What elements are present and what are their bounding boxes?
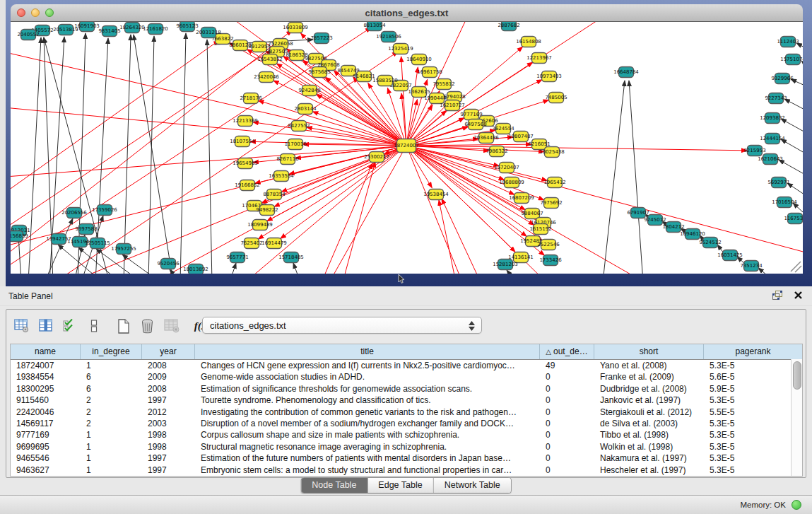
- cell-pagerank[interactable]: 5.3E-5: [704, 465, 802, 476]
- column-header-short[interactable]: short: [594, 344, 704, 359]
- graph-node[interactable]: 7955812: [433, 79, 454, 90]
- graph-node[interactable]: 15751074: [780, 54, 803, 65]
- cell-in_degree[interactable]: 6: [81, 371, 142, 382]
- cell-out_de[interactable]: 0: [540, 452, 594, 464]
- table-row[interactable]: 977716911998Corpus callosum shape and si…: [11, 429, 802, 440]
- graph-node[interactable]: 1804212: [662, 222, 684, 233]
- graph-node[interactable]: 9227343: [765, 93, 787, 104]
- cell-short[interactable]: Nakamura et al. (1997): [594, 452, 704, 464]
- cell-title[interactable]: Disruption of a novel member of a sodium…: [195, 418, 540, 429]
- cell-year[interactable]: 2008: [142, 383, 195, 395]
- cell-out_de[interactable]: 0: [540, 429, 594, 440]
- graph-node[interactable]: 6791907: [627, 208, 649, 218]
- cell-year[interactable]: 2012: [142, 407, 195, 418]
- cell-pagerank[interactable]: 5.3E-5: [704, 418, 802, 429]
- cell-out_de[interactable]: 49: [540, 360, 594, 371]
- cell-year[interactable]: 1997: [142, 465, 195, 476]
- cell-pagerank[interactable]: 5.3E-5: [704, 441, 802, 452]
- cell-year[interactable]: 1997: [142, 395, 195, 406]
- memory-status-indicator[interactable]: [792, 500, 801, 510]
- minimize-window-button[interactable]: [31, 8, 40, 17]
- table-row[interactable]: 969969511998Structural magnetic resonanc…: [11, 441, 802, 452]
- zoom-window-button[interactable]: [45, 8, 54, 17]
- cell-short[interactable]: Yano et al. (2008): [594, 360, 704, 371]
- cell-name[interactable]: 9777169: [11, 429, 81, 440]
- cell-name[interactable]: 9463627: [11, 465, 81, 476]
- cell-short[interactable]: Jankovic et al. (1997): [594, 395, 704, 406]
- graph-node[interactable]: 8813054: [363, 22, 386, 31]
- delete-table-button[interactable]: [138, 315, 157, 337]
- graph-node[interactable]: 7975692: [540, 198, 562, 209]
- cell-short[interactable]: Franke et al. (2009): [594, 371, 704, 382]
- cell-year[interactable]: 2008: [142, 360, 195, 371]
- float-panel-icon[interactable]: [772, 291, 783, 300]
- cell-name[interactable]: 9115460: [11, 395, 81, 406]
- cell-name[interactable]: 19384554: [11, 371, 81, 382]
- graph-node[interactable]: 9605123: [176, 22, 198, 32]
- table-body[interactable]: 1872400712008Changes of HCN gene express…: [11, 360, 802, 476]
- graph-node[interactable]: 10807487: [508, 132, 534, 142]
- cell-title[interactable]: Estimation of significance thresholds fo…: [195, 383, 540, 395]
- column-header-year[interactable]: year: [142, 344, 195, 359]
- table-row[interactable]: 1938455462009Genome-wide association stu…: [11, 371, 802, 382]
- graph-node[interactable]: 9329966: [771, 74, 794, 84]
- graph-node[interactable]: 19538454: [423, 189, 449, 200]
- graph-node[interactable]: 17957255: [111, 244, 136, 255]
- table-header-row[interactable]: namein_degreeyeartitle△out_de…shortpager…: [11, 344, 802, 360]
- graph-node[interactable]: 15718485: [278, 252, 304, 263]
- cell-title[interactable]: Genome-wide association studies in ADHD.: [195, 371, 540, 382]
- cell-out_de[interactable]: 0: [540, 418, 594, 429]
- table-row[interactable]: 2242004622012Investigating the contribut…: [11, 407, 802, 418]
- cell-pagerank[interactable]: 5.5E-5: [704, 407, 802, 418]
- graph-node[interactable]: 12444154: [760, 134, 785, 144]
- cell-in_degree[interactable]: 1: [81, 441, 142, 452]
- graph-node[interactable]: 3624554: [492, 124, 514, 134]
- graph-node[interactable]: 18099489: [247, 220, 273, 230]
- table-selector-dropdown[interactable]: citations_edges.txt: [202, 317, 482, 334]
- graph-node[interactable]: 9831405: [98, 26, 120, 37]
- cell-title[interactable]: Structural magnetic resonance image aver…: [195, 441, 540, 452]
- tab-node-table[interactable]: Node Table: [301, 478, 367, 493]
- cell-name[interactable]: 18300295: [11, 383, 81, 395]
- cell-in_degree[interactable]: 1: [81, 360, 142, 371]
- graph-node[interactable]: 19654985: [233, 158, 258, 169]
- resize-grip-icon[interactable]: [791, 262, 801, 272]
- cell-pagerank[interactable]: 5.9E-5: [704, 383, 802, 395]
- cell-in_degree[interactable]: 1: [81, 465, 142, 476]
- cell-short[interactable]: Stergiakouli et al. (2012): [594, 407, 704, 418]
- graph-node[interactable]: 9657771: [226, 252, 248, 263]
- graph-node[interactable]: 19166852: [235, 180, 260, 191]
- cell-pagerank[interactable]: 5.3E-5: [704, 452, 802, 464]
- graph-node[interactable]: 10688809: [499, 177, 524, 188]
- graph-node[interactable]: 15720407: [494, 163, 519, 173]
- graph-node[interactable]: 8215953: [743, 146, 765, 156]
- graph-node[interactable]: 7485005: [545, 93, 567, 103]
- tab-network-table[interactable]: Network Table: [434, 478, 511, 493]
- cell-title[interactable]: Corpus callosum shape and size in male p…: [195, 429, 540, 440]
- cell-out_de[interactable]: 0: [540, 371, 594, 382]
- network-view-canvas[interactable]: 1872400725300217160338098813054288768219…: [11, 21, 803, 274]
- cell-in_degree[interactable]: 1: [81, 429, 142, 440]
- graph-node[interactable]: 12093832: [760, 113, 785, 124]
- close-window-button[interactable]: [17, 8, 25, 17]
- window-titlebar[interactable]: citations_edges.txt: [11, 4, 803, 22]
- graph-node[interactable]: 23420046: [254, 72, 279, 83]
- table-row[interactable]: 946554611997Estimation of the future num…: [11, 452, 802, 464]
- cell-year[interactable]: 1998: [142, 429, 195, 440]
- graph-node[interactable]: 8878354: [263, 189, 286, 200]
- tab-edge-table[interactable]: Edge Table: [367, 478, 433, 493]
- cell-out_de[interactable]: 0: [540, 441, 594, 452]
- cell-name[interactable]: 9465546: [11, 452, 81, 464]
- cell-title[interactable]: Changes of HCN gene expression and I(f) …: [195, 360, 540, 371]
- graph-node[interactable]: 18640910: [406, 54, 432, 65]
- graph-node[interactable]: 2718176: [240, 93, 262, 104]
- graph-node[interactable]: 16154808: [516, 37, 541, 47]
- graph-node[interactable]: 17016504: [772, 197, 797, 208]
- graph-node[interactable]: 1733426: [539, 255, 562, 266]
- table-settings-button[interactable]: [12, 315, 31, 337]
- column-header-pagerank[interactable]: pagerank: [704, 344, 802, 359]
- graph-node[interactable]: 17359026: [92, 205, 117, 216]
- cell-title[interactable]: Tourette syndrome. Phenomenology and cla…: [195, 395, 540, 406]
- graph-node[interactable]: 1167535: [784, 214, 803, 224]
- table-row[interactable]: 1456911722003Disruption of a novel membe…: [11, 418, 802, 429]
